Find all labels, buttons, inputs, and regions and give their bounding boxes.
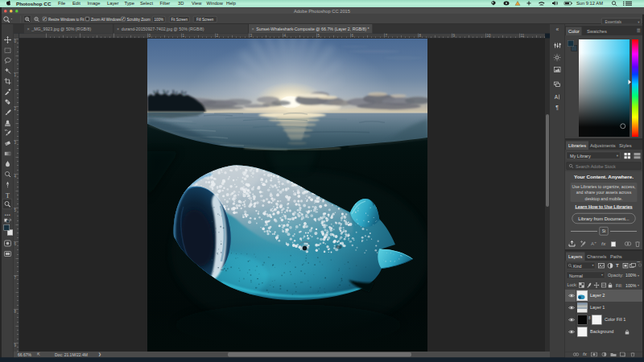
svg-text:A: A: [555, 94, 559, 100]
svg-text:¶: ¶: [555, 105, 559, 110]
svg-text:T: T: [6, 191, 10, 199]
